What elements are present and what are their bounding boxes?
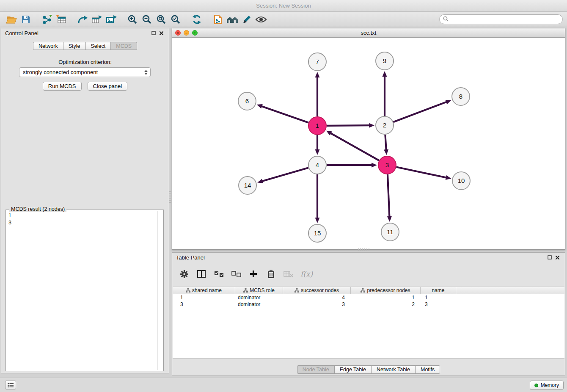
cell-successor-nodes[interactable]: 3 [283,301,351,307]
close-panel-icon[interactable] [157,30,165,36]
cell-shared-name[interactable]: 1 [173,295,235,301]
mcds-result-list[interactable]: 1 3 [8,212,157,369]
table-panel: Table Panel [172,252,565,376]
search-input[interactable] [451,17,559,22]
first-neighbors-icon[interactable] [225,13,239,26]
edge-arrowhead-icon [445,100,451,104]
close-panel-button[interactable]: Close panel [88,82,128,91]
optimization-criterion-label: Optimization criterion: [1,59,169,65]
zoom-fit-icon[interactable] [154,13,168,26]
edge-arrowhead-icon [257,179,263,183]
edge-3-1[interactable] [330,133,379,160]
tab-style[interactable]: Style [63,42,86,50]
edge-arrowhead-icon [315,218,320,223]
window-zoom-icon[interactable]: + [192,30,198,36]
export-table-icon[interactable] [90,13,104,26]
show-columns-icon[interactable] [196,269,206,279]
tab-network[interactable]: Network [33,42,63,50]
memory-button[interactable]: Memory [530,381,564,390]
select-all-rows-icon[interactable] [214,269,224,279]
cell-mcds-role[interactable]: dominator [235,301,283,307]
function-builder-icon: f(x) [300,270,313,278]
mcds-result-legend: MCDS result (2 nodes) [9,206,66,212]
network-file-icon[interactable] [211,13,225,26]
column-header-mcds-role[interactable]: MCDS role [235,287,283,294]
window-close-icon[interactable]: × [175,30,181,36]
cell-mcds-role[interactable]: dominator [235,295,283,301]
style-brush-icon[interactable] [239,13,254,26]
tab-network-table[interactable]: Network Table [371,365,416,374]
import-table-icon[interactable] [54,13,69,26]
tab-edge-table[interactable]: Edge Table [334,365,372,374]
edge-2-3[interactable] [385,135,386,150]
open-session-icon[interactable] [4,13,19,26]
cell-name[interactable]: 3 [421,301,456,307]
result-scrollbar-track[interactable] [157,211,158,370]
network-graph[interactable]: 7968124314101511 [172,38,565,249]
vertical-splitter-grip[interactable] [169,191,171,203]
cell-predecessor-nodes[interactable]: 2 [351,301,421,307]
network-window-titlebar[interactable]: × − + scc.txt [172,28,565,38]
cell-predecessor-nodes[interactable]: 1 [351,295,421,301]
zoom-out-icon[interactable] [140,13,154,26]
edge-arrowhead-icon [257,104,263,108]
graph-node-label-3: 3 [385,161,389,168]
memory-status-icon [534,384,538,387]
zoom-in-icon[interactable] [125,13,140,26]
edge-1-2[interactable] [327,125,370,126]
table-toolbar: f(x) [179,267,313,281]
criterion-dropdown[interactable]: strongly connected component [19,67,151,77]
close-table-panel-icon[interactable] [553,254,561,261]
show-panels-list-button[interactable] [5,381,16,389]
add-column-icon[interactable] [248,269,259,279]
graph-node-label-9: 9 [383,57,386,64]
export-image-icon[interactable] [104,13,118,26]
column-header-name[interactable]: name [421,287,456,294]
edge-arrowhead-icon [383,71,387,77]
edge-1-6[interactable] [261,106,308,123]
cell-successor-nodes[interactable]: 4 [283,295,351,301]
mcds-result-item[interactable]: 1 [8,212,157,219]
run-mcds-button[interactable]: Run MCDS [43,82,82,91]
graph-node-label-8: 8 [459,93,462,100]
import-network-icon[interactable] [40,13,54,26]
edge-arrowhead-icon [384,149,388,155]
table-row[interactable]: 3 dominator 3 2 3 [173,301,564,308]
column-header-successor-nodes[interactable]: successor nodes [283,287,351,294]
edge-2-8[interactable] [394,102,447,122]
edge-3-10[interactable] [396,167,447,178]
table-row[interactable]: 1 dominator 4 1 1 [173,294,564,301]
float-table-panel-icon[interactable] [546,254,553,261]
memory-button-label: Memory [541,382,559,388]
column-header-shared-name[interactable]: shared name [173,287,235,294]
column-type-icon [295,288,299,293]
show-hide-icon[interactable] [254,13,268,26]
edge-3-11[interactable] [388,174,389,217]
cell-shared-name[interactable]: 3 [173,301,235,307]
table-settings-gear-icon[interactable] [179,269,189,279]
table-panel-tabs: Node Table Edge Table Network Table Moti… [172,365,565,374]
tab-motifs[interactable]: Motifs [415,365,440,374]
window-minimize-icon[interactable]: − [184,30,189,36]
horizontal-splitter-grip[interactable] [358,248,370,251]
search-field[interactable] [439,14,563,24]
edge-4-14[interactable] [262,168,308,181]
apply-layout-icon[interactable] [190,13,204,26]
deselect-all-rows-icon[interactable] [231,269,241,279]
tab-mcds[interactable]: MCDS [110,42,137,50]
tab-node-table[interactable]: Node Table [297,365,335,374]
float-panel-icon[interactable] [150,30,157,36]
tab-select[interactable]: Select [85,42,111,50]
delete-column-trash-icon[interactable] [266,269,276,279]
column-header-predecessor-nodes[interactable]: predecessor nodes [351,287,421,294]
cell-name[interactable]: 1 [421,295,456,301]
mcds-result-item[interactable]: 3 [8,219,157,226]
zoom-selected-icon[interactable] [168,13,183,26]
delete-table-icon [283,269,293,279]
column-type-icon [243,288,248,293]
network-canvas[interactable]: 7968124314101511 [172,38,565,249]
dropdown-stepper-icon [144,70,148,75]
save-session-icon[interactable] [19,13,33,26]
criterion-dropdown-value: strongly connected component [23,69,98,75]
export-network-icon[interactable] [75,13,90,26]
